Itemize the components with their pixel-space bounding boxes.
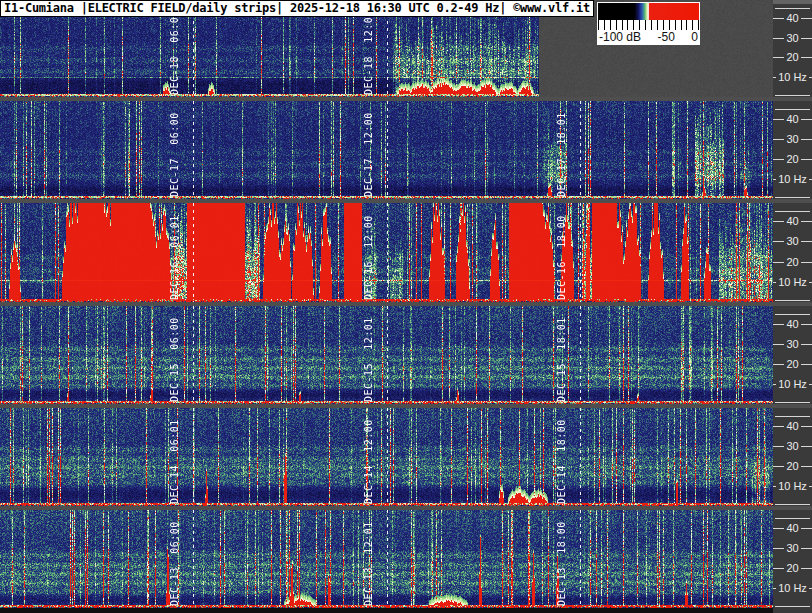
freq-tick-line-left [773,568,784,569]
time-marker-label: DEC-14 06:01 [169,419,180,504]
time-marker-line [580,408,581,506]
strip-separator [0,404,812,408]
freq-tick-label: 10 Hz [776,480,809,492]
time-marker-label: DEC-16 12:00 [363,215,374,300]
spectrogram-strip-DEC-16: DEC-16 06:01DEC-16 12:00DEC-16 18:00 [0,203,773,302]
freq-tick-line-left [773,262,784,263]
freq-tick-label: 20 [784,562,800,574]
colorbar-legend: -100 dB -50 0 [597,2,700,45]
freq-tick-label: 10 Hz [776,276,809,288]
freq-tick-row: 40 [773,318,812,330]
time-marker-line [387,101,388,199]
spectrogram-strip-DEC-17: DEC-17 06:00DEC-17 12:00DEC-17 18:01 [0,101,773,199]
freq-tick-label: 20 [784,256,800,268]
freq-tick-row: 10 Hz [773,276,812,288]
strip-separator [0,506,812,510]
freq-minor-tick [775,197,810,198]
freq-tick-row: 10 Hz [773,173,812,185]
freq-tick-row: 30 [773,440,812,452]
time-marker-line [193,203,194,302]
time-marker-label: DEC-16 18:00 [556,215,567,300]
freq-tick-row: 40 [773,522,812,534]
time-marker-line [193,306,194,404]
freq-tick-line-left [773,446,784,447]
colorbar-label-min: -100 dB [599,30,641,44]
freq-tick-row: 10 Hz [773,480,812,492]
freq-tick-row: 20 [773,153,812,165]
freq-tick-row: 30 [773,235,812,247]
time-marker-line [580,306,581,404]
freq-tick-line-right [801,548,812,549]
freq-tick-label: 30 [784,133,800,145]
frequency-axis-section-DEC-15: 40302010 Hz [773,306,812,404]
freq-minor-tick [775,606,810,607]
time-marker-line [387,510,388,608]
freq-tick-row: 10 Hz [773,378,812,390]
freq-tick-line-left [773,466,784,467]
freq-tick-label: 20 [784,51,800,63]
freq-tick-row: 40 [773,215,812,227]
frequency-axis-section-DEC-17: 40302010 Hz [773,101,812,199]
freq-tick-line-left [773,119,784,120]
freq-tick-label: 20 [784,460,800,472]
freq-tick-line-left [773,344,784,345]
title-bar: I1-Cumiana |ELECTRIC FIELD/daily strips|… [0,0,594,17]
time-marker-line [193,408,194,506]
freq-tick-label: 30 [784,338,800,350]
freq-tick-line-right [801,528,812,529]
freq-tick-line-left [773,38,784,39]
time-marker-line [387,408,388,506]
freq-tick-line-left [773,364,784,365]
freq-minor-tick [775,211,810,212]
freq-minor-tick [775,518,810,519]
freq-tick-line-right [801,426,812,427]
freq-tick-label: 40 [784,215,800,227]
freq-tick-row: 10 Hz [773,71,812,83]
freq-tick-line-right [801,241,812,242]
strip-separator [0,302,812,306]
freq-tick-label: 40 [784,420,800,432]
freq-tick-row: 30 [773,133,812,145]
freq-tick-row: 40 [773,113,812,125]
freq-tick-label: 40 [784,522,800,534]
freq-tick-line-left [773,324,784,325]
freq-tick-row: 20 [773,562,812,574]
vlf-daily-strips-app: DEC-18 06:01DEC-18 12:01DEC-17 06:00DEC-… [0,0,812,613]
freq-tick-line-right [801,466,812,467]
freq-tick-row: 20 [773,51,812,63]
freq-tick-label: 40 [784,113,800,125]
freq-minor-tick [775,8,810,9]
strip-separator [0,199,812,203]
time-marker-line [387,306,388,404]
freq-tick-line-left [773,241,784,242]
strip-separator [0,97,812,101]
freq-tick-row: 10 Hz [773,582,812,594]
time-marker-line [193,101,194,199]
time-marker-label: DEC-17 06:00 [169,112,180,197]
frequency-axis-panel: 40302010 Hz40302010 Hz40302010 Hz4030201… [773,0,812,613]
freq-tick-line-right [801,57,812,58]
colorbar-labels: -100 dB -50 0 [598,30,699,44]
freq-tick-label: 30 [784,235,800,247]
freq-tick-label: 40 [784,318,800,330]
frequency-axis-section-DEC-16: 40302010 Hz [773,203,812,302]
colorbar-gradient [598,3,699,20]
freq-tick-row: 40 [773,420,812,432]
spectrogram-strip-DEC-13: DEC-13 06:00DEC-13 12:01DEC-13 18:00 [0,510,773,608]
freq-tick-label: 30 [784,542,800,554]
freq-minor-tick [775,402,810,403]
freq-tick-line-left [773,221,784,222]
freq-tick-line-right [801,568,812,569]
freq-tick-line-right [801,324,812,325]
freq-tick-row: 30 [773,32,812,44]
freq-tick-line-right [801,446,812,447]
time-marker-label: DEC-18 12:01 [363,10,374,95]
time-marker-line [580,203,581,302]
freq-tick-line-right [801,139,812,140]
time-marker-label: DEC-16 06:01 [169,215,180,300]
time-marker-label: DEC-17 18:01 [556,112,567,197]
time-marker-label: DEC-13 12:01 [363,521,374,606]
time-marker-label: DEC-17 12:00 [363,112,374,197]
freq-minor-tick [775,300,810,301]
freq-tick-label: 10 Hz [776,378,809,390]
